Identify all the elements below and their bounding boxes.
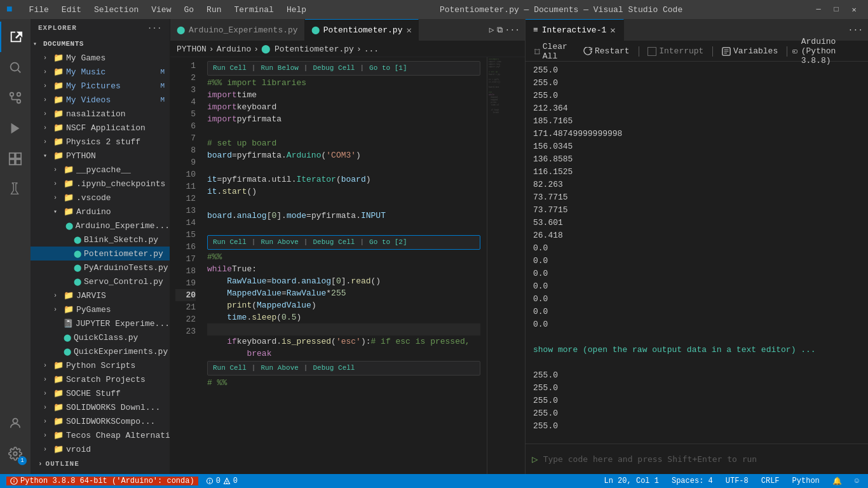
panel-input-field[interactable] [543,454,862,464]
breadcrumb-arduino[interactable]: Arduino [217,44,252,54]
sidebar-item-servo[interactable]: ⬤ Servo_Control.py [31,274,170,288]
restart-button[interactable]: Restart [580,45,634,57]
outline-section[interactable]: › OUTLINE [31,456,170,470]
activity-item-settings[interactable]: 1 [0,438,31,469]
run-cell-link3[interactable]: Run Cell [213,362,247,374]
activity-item-extensions[interactable] [0,144,31,174]
statusbar-notifications[interactable]: 🔔 [830,477,844,486]
goto-link[interactable]: Go to [1] [369,62,407,74]
sidebar-item-nasalization[interactable]: › 📁 nasalization [31,107,170,121]
run-cell-link[interactable]: Run Cell [213,62,247,74]
sidebar-item-python[interactable]: ▾ 📁 PYTHON [31,149,170,163]
breadcrumb-more[interactable]: ... [364,44,379,54]
activity-item-accounts[interactable] [0,408,31,438]
statusbar-language[interactable]: Python [790,477,822,485]
activity-item-source-control[interactable] [0,83,31,113]
sidebar-item-scratch[interactable]: › 📁 Scratch Projects [31,372,170,386]
run-above-link2[interactable]: Run Above [261,236,298,248]
svg-point-12 [13,419,17,423]
activity-item-search[interactable] [0,52,31,83]
sidebar-item-nscf[interactable]: › 📁 NSCF Application [31,121,170,135]
debug-cell-link3[interactable]: Debug Cell [313,362,355,374]
statusbar-spaces[interactable]: Spaces: 4 [669,477,715,485]
sidebar-item-vroid[interactable]: › 📁 vroid [31,442,170,456]
close-button[interactable]: ✕ [846,2,862,17]
menu-go[interactable]: Go [179,4,199,16]
show-more-link[interactable]: show more (open the raw output data in a… [533,344,860,356]
run-above-link3[interactable]: Run Above [261,362,298,374]
debug-cell-link2[interactable]: Debug Cell [313,236,355,248]
sidebar-item-python-scripts[interactable]: › 📁 Python Scripts [31,358,170,372]
tab-close-button[interactable]: ✕ [406,25,411,36]
sidebar-item-vscode[interactable]: › 📁 .vscode [31,191,170,205]
activity-item-run[interactable] [0,113,31,144]
sidebar-item-solidworks-dl[interactable]: › 📁 SOLIDWORKS Downl... [31,400,170,414]
menu-help[interactable]: Help [281,4,311,16]
sidebar-item-potentiometer[interactable]: ⬤ Potentiometer.py [31,247,170,261]
sidebar-item-arduino[interactable]: ▾ 📁 Arduino [31,205,170,219]
python-env-status: Python 3.8.8 64-bit ('Arduino': conda) [20,477,194,485]
sidebar-item-blink[interactable]: ⬤ Blink_Sketch.py [31,233,170,247]
menu-edit[interactable]: Edit [57,4,86,16]
sidebar-item-my-pictures[interactable]: › 📁 My Pictures M [31,79,170,93]
sidebar-item-jarvis[interactable]: › 📁 JARVIS [31,288,170,302]
panel-more-icon[interactable]: ··· [848,25,863,35]
sidebar-item-arduino-experiments[interactable]: ⬤ Arduino_Experime... [31,219,170,233]
code-editor[interactable]: Run Cell | Run Below | Debug Cell | Go t… [201,57,487,474]
statusbar-errors[interactable]: 0 0 [203,477,240,485]
sidebar-folder-documents[interactable]: ▾ DOCUMENTS [31,37,170,51]
panel-close-button[interactable]: ✕ [610,25,615,36]
run-below-link[interactable]: Run Below [261,62,298,74]
run-cell-link2[interactable]: Run Cell [213,236,247,248]
output-value: 116.1525 [533,166,860,179]
menu-view[interactable]: View [146,4,176,16]
sidebar-item-my-videos[interactable]: › 📁 My Videos M [31,93,170,107]
svg-point-2 [10,93,14,97]
chevron-right-icon: › [43,55,53,62]
activity-item-explorer[interactable] [0,22,31,52]
statusbar-encoding[interactable]: UTF-8 [723,477,751,485]
sidebar-header-actions[interactable]: ··· [147,24,162,32]
sidebar-tree[interactable]: ▾ DOCUMENTS › 📁 My Games › 📁 My Music M … [31,37,170,474]
interactive-tab[interactable]: ≡ Interactive-1 ✕ [526,19,624,41]
run-icon[interactable]: ▷ [489,25,494,35]
menu-file[interactable]: File [24,4,54,16]
cell3-header[interactable]: Run Cell | Run Above | Debug Cell [207,361,480,376]
sidebar-item-my-games[interactable]: › 📁 My Games [31,51,170,65]
breadcrumb-file[interactable]: Potentiometer.py [275,44,354,54]
sidebar-item-pygames[interactable]: › 📁 PyGames [31,302,170,316]
statusbar-line-col[interactable]: Ln 20, Col 1 [602,477,661,485]
maximize-button[interactable]: □ [829,2,844,17]
clear-all-button[interactable]: Clear All [531,41,574,62]
sidebar-item-my-music[interactable]: › 📁 My Music M [31,65,170,79]
statusbar-line-ending[interactable]: CRLF [759,477,782,485]
sidebar-item-quickclass[interactable]: ⬤ QuickClass.py [31,330,170,344]
cell2-header[interactable]: Run Cell | Run Above | Debug Cell | Go t… [207,235,480,250]
tab-potentiometer[interactable]: ⬤ Potentiometer.py ✕ [305,19,419,41]
sidebar-item-ipynb[interactable]: › 📁 .ipynb_checkpoints [31,177,170,191]
menu-selection[interactable]: Selection [89,4,144,16]
sidebar-item-pycache[interactable]: › 📁 __pycache__ [31,163,170,177]
debug-cell-link[interactable]: Debug Cell [313,62,355,74]
statusbar-python-env[interactable]: Python 3.8.8 64-bit ('Arduino': conda) [6,477,198,485]
statusbar-feedback[interactable]: ☺ [852,477,862,485]
sidebar-item-physics2[interactable]: › 📁 Physics 2 stuff [31,135,170,149]
goto-link2[interactable]: Go to [2] [369,236,407,248]
sidebar-item-soche[interactable]: › 📁 SOCHE Stuff [31,386,170,400]
split-editor-icon[interactable]: ⧉ [497,25,503,35]
sidebar-item-pyarduino[interactable]: ⬤ PyArduinoTests.py [31,261,170,274]
sidebar-item-solidworks-comp[interactable]: › 📁 SOLIDWORKSCompo... [31,414,170,428]
sidebar-item-tecos[interactable]: › 📁 Tecos Cheap Alternati... [31,428,170,442]
menu-run[interactable]: Run [201,4,226,16]
variables-button[interactable]: Variables [718,45,782,57]
sidebar-item-quickexperiments[interactable]: ⬤ QuickExperiments.py [31,344,170,358]
minimize-button[interactable]: ─ [811,2,826,17]
cell1-header[interactable]: Run Cell | Run Below | Debug Cell | Go t… [207,61,480,76]
sidebar-item-jupyter[interactable]: 📓 JUPYTER Experime... [31,316,170,330]
breadcrumb-python[interactable]: PYTHON [177,44,207,54]
activity-item-test[interactable] [0,174,31,205]
menu-terminal[interactable]: Terminal [229,4,279,16]
more-actions-icon[interactable]: ··· [505,25,520,35]
tab-arduino-experiments[interactable]: ⬤ Arduino_Experiments.py [170,19,305,41]
interrupt-button[interactable]: Interrupt [644,45,707,57]
